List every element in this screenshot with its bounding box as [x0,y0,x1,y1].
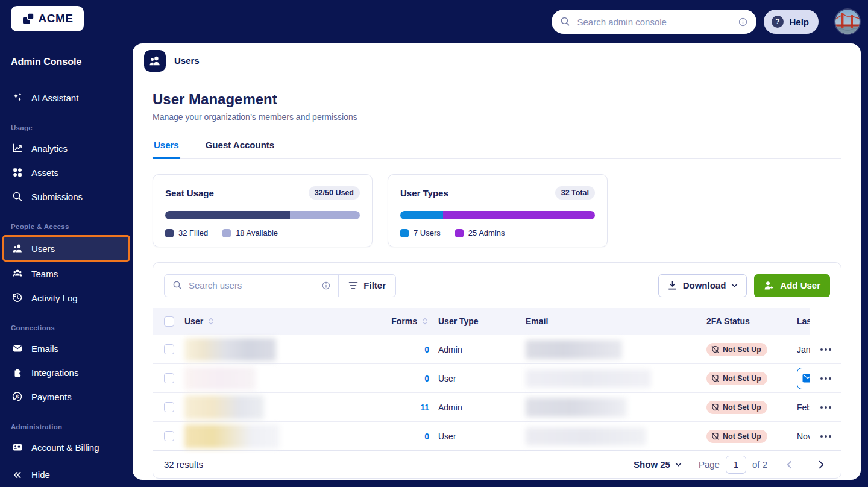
help-button[interactable]: ? Help [764,10,819,34]
page-title: User Management [153,91,841,108]
activity-log-icon [12,292,23,303]
table-header-row: User Forms User Type Email 2FA Status [153,308,841,335]
seat-usage-badge: 32/50 Used [309,186,360,200]
table-toolbar: Filter Download [153,263,841,308]
teams-icon [12,268,23,279]
brand-logo-icon [22,12,35,25]
row-actions-button[interactable] [818,403,834,412]
row-actions-button[interactable] [818,432,834,441]
sidebar-item-account-billing[interactable]: Account & Billing [0,435,133,459]
previous-page-button[interactable] [784,458,794,471]
column-user: User [184,316,203,326]
next-page-button[interactable] [816,458,826,471]
top-bar: ACME ? Help [0,0,868,43]
avatar[interactable] [835,10,860,34]
redacted-email [526,369,651,388]
assets-icon [12,167,23,178]
sidebar-section-connections: Connections [11,324,122,334]
tfa-status-badge: Not Set Up [706,343,767,356]
summary-cards: Seat Usage 32/50 Used 32 Filled 18 Avail… [153,174,841,247]
user-types-bar [400,211,595,219]
redacted-user-name [184,395,264,419]
sidebar-item-users[interactable]: Users [2,235,130,262]
user-search-input[interactable] [189,280,314,291]
page-of-label: of 2 [752,459,767,470]
id-card-icon [12,442,23,453]
tab-users[interactable]: Users [153,140,180,158]
analytics-icon [12,143,23,154]
info-icon[interactable] [738,17,748,27]
redacted-user-name [184,367,256,390]
tab-guest-accounts[interactable]: Guest Accounts [204,140,275,158]
user-search-group: Filter [164,274,396,297]
sidebar-item-assets[interactable]: Assets [0,160,133,184]
row-checkbox[interactable] [164,373,174,383]
users-page-icon [144,50,166,72]
filter-icon [348,281,358,290]
brand-logo[interactable]: ACME [11,6,84,31]
download-button[interactable]: Download [658,274,747,297]
sidebar-item-label: Users [31,244,55,254]
row-checkbox[interactable] [164,402,174,412]
row-actions-button[interactable] [818,345,834,354]
sparkles-icon [12,92,23,103]
avatar-image [835,10,860,34]
sidebar-item-payments[interactable]: $ Payments [0,385,133,409]
sidebar-item-label: Activity Log [31,293,78,303]
sidebar-item-activity-log[interactable]: Activity Log [0,286,133,310]
sidebar-item-integrations[interactable]: Integrations [0,360,133,385]
sidebar-section-usage: Usage [11,124,122,134]
admin-search [552,10,756,34]
page-number-input[interactable] [726,456,746,474]
sidebar-item-teams[interactable]: Teams [0,262,133,286]
table-footer: 32 results Show 25 Page of 2 [153,450,841,478]
legend-swatch [222,229,231,237]
results-count: 32 results [164,459,203,470]
forms-count-link[interactable]: 11 [420,403,429,412]
select-all-checkbox[interactable] [164,316,174,327]
shield-slash-icon [711,374,719,382]
sidebar-item-label: Analytics [31,143,68,154]
sidebar-hide-button[interactable]: Hide [0,462,133,487]
column-email: Email [519,316,700,326]
sidebar-item-submissions[interactable]: Submissions [0,184,133,209]
sort-icon[interactable] [207,316,215,326]
tfa-status-badge: Not Set Up [706,401,767,414]
filter-button[interactable]: Filter [339,275,395,297]
sidebar-item-analytics[interactable]: Analytics [0,136,133,160]
table-row: 0 User Not Set Up Nov [153,421,841,450]
question-icon: ? [771,15,784,28]
redacted-user-name [184,424,280,448]
sidebar-item-label: AI Assistant [31,93,78,103]
breadcrumb: Users [133,43,861,78]
forms-count-link[interactable]: 0 [424,345,429,354]
page-size-select[interactable]: Show 25 [634,459,682,470]
sidebar-item-ai-assistant[interactable]: AI Assistant [0,86,133,110]
row-checkbox[interactable] [164,344,174,354]
legend-admins: 25 Admins [455,228,505,237]
bar-segment-filled [165,211,290,219]
help-label: Help [789,17,809,27]
add-user-button[interactable]: Add User [754,274,830,297]
sidebar-item-label: Integrations [31,368,78,378]
forms-count-link[interactable]: 0 [424,374,429,383]
sidebar: Admin Console AI Assistant Usage Analyti… [0,43,133,487]
row-checkbox[interactable] [164,431,174,441]
redacted-email [526,427,646,445]
column-2fa-status: 2FA Status [700,316,790,326]
sidebar-item-emails[interactable]: Emails [0,336,133,360]
payments-icon: $ [12,391,23,402]
forms-count-link[interactable]: 0 [424,432,429,441]
shield-slash-icon [711,432,719,440]
admin-search-input[interactable] [577,17,732,27]
tfa-status-badge: Not Set Up [706,430,767,443]
sidebar-title: Admin Console [11,57,122,71]
chevron-down-icon [675,462,682,467]
tfa-status-badge: Not Set Up [706,372,767,385]
user-type-value: Admin [432,345,519,354]
page-subtitle: Manage your organization’s members and p… [153,112,841,122]
row-actions-button[interactable] [818,374,834,383]
table-row: 11 Admin Not Set Up Feb [153,392,841,421]
sort-icon[interactable] [421,316,429,326]
info-icon[interactable] [321,281,331,291]
